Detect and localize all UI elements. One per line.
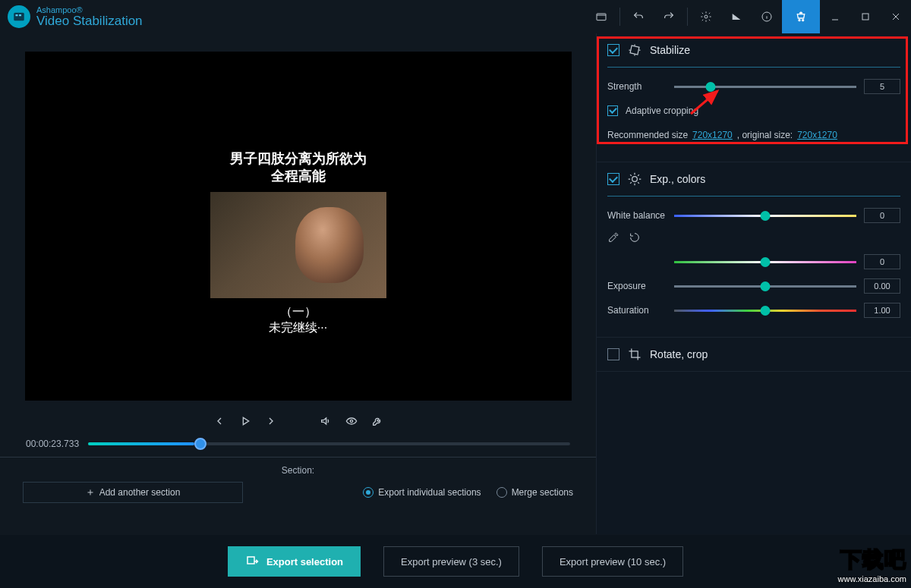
video-overlay-line4: 未完继续···	[269, 320, 327, 336]
open-file-icon[interactable]	[586, 0, 616, 33]
minimize-icon[interactable]	[820, 0, 850, 33]
panel-stabilize-header[interactable]: Stabilize	[597, 33, 911, 67]
original-size-link[interactable]: 720x1270	[797, 130, 837, 140]
svg-point-11	[632, 177, 638, 182]
add-section-button[interactable]: Add another section	[23, 482, 243, 503]
radio-export-individual[interactable]: Export individual sections	[363, 487, 481, 498]
section-label: Section:	[23, 465, 573, 476]
white-balance-value[interactable]: 0	[864, 208, 900, 223]
timeline-thumb[interactable]	[194, 438, 206, 450]
export-preview-3-button[interactable]: Export preview (3 sec.)	[383, 546, 519, 577]
crop-icon	[627, 347, 642, 362]
video-overlay-line1: 男子四肢分离为所欲为	[230, 150, 367, 168]
panel-rotate-header[interactable]: Rotate, crop	[597, 338, 911, 371]
svg-point-4	[705, 15, 708, 18]
tools-icon[interactable]	[371, 415, 383, 427]
tint-slider[interactable]	[674, 261, 856, 263]
saturation-value[interactable]: 1.00	[864, 303, 900, 318]
video-overlay-line3: （一）	[280, 304, 317, 320]
app-title: Ashampoo® Video Stabilization	[36, 5, 143, 29]
play-icon[interactable]	[239, 415, 251, 427]
svg-rect-8	[862, 14, 868, 20]
right-pane: Stabilize Strength 5 Adaptive cropping R…	[596, 33, 911, 534]
strength-label: Strength	[607, 81, 667, 92]
panel-exposure-colors: Exp., colors White balance 0 0	[597, 162, 911, 338]
svg-rect-10	[630, 46, 639, 55]
svg-point-9	[350, 420, 352, 422]
undo-icon[interactable]	[623, 0, 654, 33]
playback-controls	[0, 408, 596, 434]
svg-rect-3	[597, 14, 606, 20]
exposure-label: Exposure	[607, 281, 667, 291]
saturation-label: Saturation	[607, 305, 667, 316]
adaptive-cropping-label: Adaptive cropping	[626, 105, 698, 116]
stabilize-checkbox[interactable]	[607, 44, 619, 56]
strength-slider[interactable]	[674, 86, 856, 88]
left-pane: 男子四肢分离为所欲为 全程高能 （一） 未完继续··· 00:00:23.733	[0, 33, 596, 534]
svg-rect-0	[14, 13, 24, 21]
close-icon[interactable]	[881, 0, 911, 33]
app-logo	[8, 5, 30, 28]
svg-point-7	[802, 20, 804, 21]
white-balance-label: White balance	[607, 210, 667, 221]
prev-frame-icon[interactable]	[213, 415, 225, 427]
redo-icon[interactable]	[654, 0, 684, 33]
stabilize-icon	[627, 42, 642, 58]
compare-icon[interactable]	[721, 0, 752, 33]
panel-stabilize: Stabilize Strength 5 Adaptive cropping R…	[597, 33, 911, 162]
panel-exposure-header[interactable]: Exp., colors	[597, 162, 911, 196]
tint-value[interactable]: 0	[864, 254, 900, 269]
timeline-track[interactable]	[88, 442, 570, 445]
panel-rotate-crop: Rotate, crop	[597, 338, 911, 372]
sun-icon	[627, 171, 642, 187]
timecode: 00:00:23.733	[26, 439, 79, 449]
info-icon[interactable]	[752, 0, 782, 33]
preview-toggle-icon[interactable]	[345, 415, 358, 427]
white-balance-slider[interactable]	[674, 215, 856, 217]
svg-rect-2	[19, 14, 21, 16]
video-preview: 男子四肢分离为所欲为 全程高能 （一） 未完继续···	[0, 33, 596, 405]
rotate-checkbox[interactable]	[607, 348, 619, 360]
svg-point-6	[799, 20, 800, 21]
maximize-icon[interactable]	[850, 0, 881, 33]
export-selection-button[interactable]: Export selection	[228, 546, 361, 577]
next-frame-icon[interactable]	[265, 415, 277, 427]
eyedropper-icon[interactable]	[607, 231, 619, 246]
timeline: 00:00:23.733	[0, 434, 596, 457]
volume-icon[interactable]	[320, 415, 332, 427]
export-preview-10-button[interactable]: Export preview (10 sec.)	[542, 546, 683, 577]
footer: Export selection Export preview (3 sec.)…	[0, 535, 911, 588]
adaptive-cropping-checkbox[interactable]	[607, 105, 618, 116]
svg-rect-1	[16, 14, 18, 16]
exposure-checkbox[interactable]	[607, 173, 619, 185]
settings-icon[interactable]	[691, 0, 721, 33]
cart-icon[interactable]	[782, 0, 820, 33]
reset-icon[interactable]	[629, 231, 641, 246]
titlebar: Ashampoo® Video Stabilization	[0, 0, 911, 33]
video-overlay-line2: 全程高能	[271, 168, 326, 185]
saturation-slider[interactable]	[674, 310, 856, 312]
exposure-value[interactable]: 0.00	[864, 278, 900, 294]
recommended-size-label: Recommended size	[607, 130, 688, 140]
radio-merge-sections[interactable]: Merge sections	[496, 487, 573, 498]
svg-rect-12	[247, 557, 254, 564]
exposure-slider[interactable]	[674, 285, 856, 288]
recommended-size-link[interactable]: 720x1270	[692, 130, 733, 140]
strength-value[interactable]: 5	[864, 79, 900, 94]
